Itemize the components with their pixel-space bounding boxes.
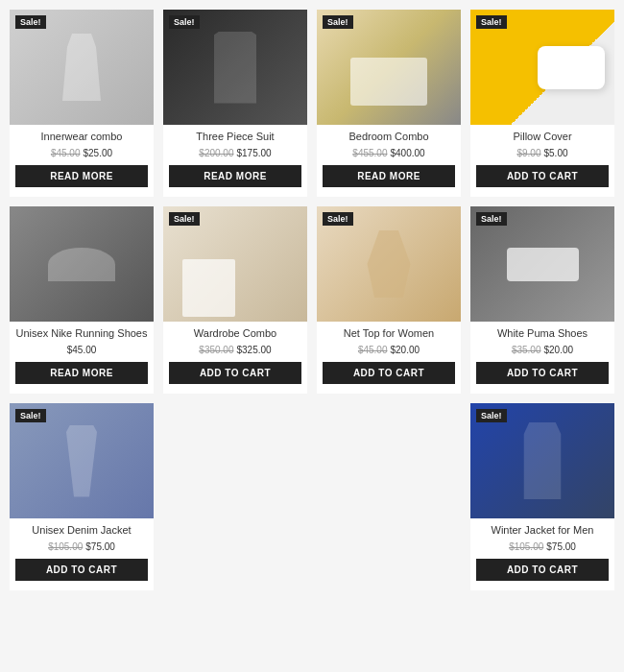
price-original: $9.00 xyxy=(516,148,540,158)
add-to-cart-button[interactable]: Add to cart xyxy=(476,559,609,581)
sale-badge: Sale! xyxy=(169,212,200,226)
product-card-white-puma-shoes: Sale!White Puma Shoes$35.00$20.00Add to … xyxy=(470,206,614,394)
price-original: $105.00 xyxy=(509,541,543,552)
price-original: $350.00 xyxy=(199,345,233,355)
product-image-wrap: Sale! xyxy=(163,10,307,125)
product-card-unisex-denim-jacket: Sale!Unisex Denim Jacket$105.00$75.00Add… xyxy=(10,403,154,590)
sale-badge: Sale! xyxy=(476,15,507,29)
product-image-wrap xyxy=(10,206,154,322)
product-price: $35.00$20.00 xyxy=(470,342,614,356)
product-price: $45.00 xyxy=(10,342,154,356)
add-to-cart-button[interactable]: Add to cart xyxy=(169,362,301,384)
product-image-wrap: Sale! xyxy=(163,206,307,322)
add-to-cart-button[interactable]: Add to cart xyxy=(476,165,609,187)
product-title: Wardrobe Combo xyxy=(169,327,301,339)
product-card-winter-jacket-men: Sale!Winter Jacket for Men$105.00$75.00A… xyxy=(470,403,614,590)
product-image-wrap: Sale! xyxy=(10,403,154,518)
add-to-cart-button[interactable]: Add to cart xyxy=(323,362,455,384)
price-original: $45.00 xyxy=(51,148,81,158)
product-title: Pillow Cover xyxy=(476,131,609,142)
product-title: Net Top for Women xyxy=(323,327,455,339)
product-image xyxy=(10,206,154,322)
sale-badge: Sale! xyxy=(476,409,507,422)
product-title: Unisex Denim Jacket xyxy=(15,524,148,536)
product-title: White Puma Shoes xyxy=(476,327,609,339)
product-image-wrap: Sale! xyxy=(470,10,614,125)
product-price: $455.00$400.00 xyxy=(317,145,461,159)
product-card-unisex-nike-running-shoes: Unisex Nike Running Shoes$45.00Read more xyxy=(10,206,154,394)
sale-badge: Sale! xyxy=(15,15,46,29)
product-title: Three Piece Suit xyxy=(169,131,301,142)
read-more-button[interactable]: Read more xyxy=(15,362,148,384)
price-only: $45.00 xyxy=(67,345,97,355)
read-more-button[interactable]: Read more xyxy=(323,165,455,187)
price-original: $105.00 xyxy=(48,541,83,552)
product-card-pillow-cover: Sale!Pillow Cover$9.00$5.00Add to cart xyxy=(470,10,614,197)
product-price: $200.00$175.00 xyxy=(163,145,307,159)
product-title: Bedroom Combo xyxy=(323,131,455,142)
price-sale: $75.00 xyxy=(546,541,576,552)
read-more-button[interactable]: Read more xyxy=(15,165,148,187)
product-price: $45.00$25.00 xyxy=(10,145,154,159)
product-price: $45.00$20.00 xyxy=(317,342,461,356)
price-sale: $75.00 xyxy=(85,541,115,552)
price-original: $455.00 xyxy=(352,148,387,158)
product-grid: Sale!Innerwear combo$45.00$25.00Read mor… xyxy=(10,10,614,590)
price-original: $35.00 xyxy=(512,345,541,355)
price-original: $200.00 xyxy=(199,148,233,158)
sale-badge: Sale! xyxy=(476,212,507,226)
product-image-wrap: Sale! xyxy=(317,206,461,322)
price-sale: $20.00 xyxy=(391,345,420,355)
sale-badge: Sale! xyxy=(323,15,353,29)
price-sale: $325.00 xyxy=(237,345,272,355)
sale-badge: Sale! xyxy=(169,15,200,29)
sale-badge: Sale! xyxy=(323,212,353,226)
read-more-button[interactable]: Read more xyxy=(169,165,301,187)
price-original: $45.00 xyxy=(358,345,388,355)
price-sale: $20.00 xyxy=(544,345,574,355)
product-title: Unisex Nike Running Shoes xyxy=(15,327,148,339)
add-to-cart-button[interactable]: Add to cart xyxy=(15,559,148,581)
price-sale: $400.00 xyxy=(391,148,425,158)
price-sale: $5.00 xyxy=(544,148,568,158)
product-card-three-piece-suit: Sale!Three Piece Suit$200.00$175.00Read … xyxy=(163,10,307,197)
price-sale: $25.00 xyxy=(84,148,113,158)
product-title: Innerwear combo xyxy=(15,131,148,142)
product-card-bedroom-combo: Sale!Bedroom Combo$455.00$400.00Read mor… xyxy=(317,10,461,197)
product-price: $105.00$75.00 xyxy=(470,539,614,553)
product-image-wrap: Sale! xyxy=(317,10,461,125)
add-to-cart-button[interactable]: Add to cart xyxy=(476,362,609,384)
product-image-wrap: Sale! xyxy=(470,403,614,518)
product-price: $9.00$5.00 xyxy=(470,145,614,159)
price-sale: $175.00 xyxy=(237,148,272,158)
product-image-wrap: Sale! xyxy=(10,10,154,125)
product-image-wrap: Sale! xyxy=(470,206,614,322)
product-price: $350.00$325.00 xyxy=(163,342,307,356)
product-price: $105.00$75.00 xyxy=(10,539,154,553)
product-title: Winter Jacket for Men xyxy=(476,524,609,536)
product-card-net-top-women: Sale!Net Top for Women$45.00$20.00Add to… xyxy=(317,206,461,394)
product-card-wardrobe-combo: Sale!Wardrobe Combo$350.00$325.00Add to … xyxy=(163,206,307,394)
sale-badge: Sale! xyxy=(15,409,46,422)
product-card-innerwear-combo: Sale!Innerwear combo$45.00$25.00Read mor… xyxy=(10,10,154,197)
